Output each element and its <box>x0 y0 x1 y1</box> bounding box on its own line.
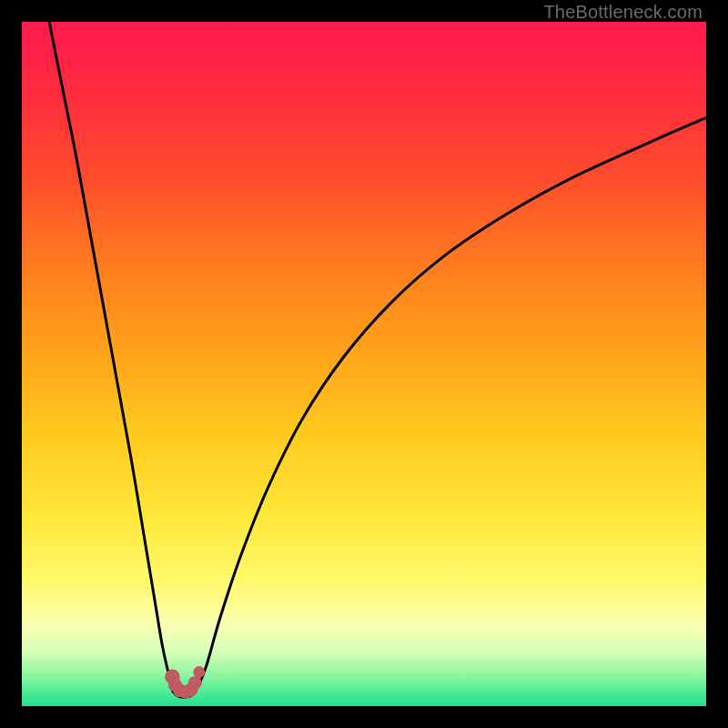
valley-dot-right-top <box>193 666 205 678</box>
chart-svg <box>22 22 706 706</box>
attribution-text: TheBottleneck.com <box>543 2 703 23</box>
gradient-background <box>22 22 706 706</box>
outer-frame: TheBottleneck.com <box>0 0 728 728</box>
plot-area <box>22 22 706 706</box>
valley-dot-right-mid <box>188 676 202 690</box>
